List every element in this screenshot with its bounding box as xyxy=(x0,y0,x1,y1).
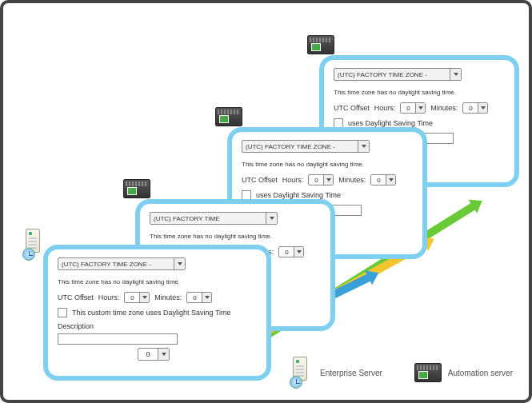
chevron-down-icon xyxy=(202,293,211,302)
minutes-label: Minutes: xyxy=(338,176,366,184)
description-label: Description xyxy=(58,322,257,330)
minutes-label: Minutes: xyxy=(154,293,182,301)
chevron-down-icon xyxy=(323,175,333,185)
chevron-down-icon xyxy=(266,213,277,224)
hours-label: Hours: xyxy=(374,104,396,112)
hours-label: Hours: xyxy=(282,176,304,184)
chevron-down-icon xyxy=(174,258,185,269)
legend-enterprise-label: Enterprise Server xyxy=(320,369,382,377)
minutes-label: Minutes: xyxy=(430,104,458,112)
timezone-label: (UTC) FACTORY TIME ZONE - xyxy=(338,71,450,78)
legend-automation: Automation server xyxy=(414,363,513,382)
chevron-down-icon xyxy=(386,175,395,185)
automation-server-icon xyxy=(215,107,247,131)
minutes-select[interactable]: 0 xyxy=(278,246,304,257)
note: This time zone has no daylight saving ti… xyxy=(58,278,257,285)
utc-offset-label: UTC Offset xyxy=(242,176,278,184)
diagram-frame: (UTC) FACTORY TIME ZONE - This time zone… xyxy=(0,0,532,403)
timezone-select[interactable]: (UTC) FACTORY TIME ZONE - xyxy=(242,140,370,153)
utc-offset-label: UTC Offset xyxy=(58,293,94,301)
chevron-down-icon xyxy=(294,247,303,257)
extra-select[interactable]: 0 xyxy=(138,348,170,361)
hours-select[interactable]: 0 xyxy=(308,174,334,186)
note: This time zone has no daylight saving ti… xyxy=(242,161,413,168)
minutes-select[interactable]: 0 xyxy=(462,102,488,114)
dst-checkbox[interactable] xyxy=(58,308,67,317)
utc-offset-label: UTC Offset xyxy=(334,104,370,112)
automation-server-icon xyxy=(414,363,442,382)
note: This time zone has no daylight saving ti… xyxy=(334,89,505,96)
dst-label: uses Daylight Saving Time xyxy=(348,119,433,127)
timezone-select[interactable]: (UTC) FACTORY TIME ZONE - xyxy=(58,257,186,270)
timezone-label: (UTC) FACTORY TIME ZONE - xyxy=(246,143,358,150)
minutes-select[interactable]: 0 xyxy=(370,174,396,186)
legend: Enterprise Server Automation server xyxy=(290,357,513,389)
dst-label: This custom time zone uses Daylight Savi… xyxy=(72,309,231,317)
chevron-down-icon xyxy=(450,69,461,80)
timezone-select[interactable]: (UTC) FACTORY TIME xyxy=(150,212,278,225)
chevron-down-icon xyxy=(415,103,425,113)
description-input[interactable] xyxy=(58,333,178,345)
automation-server-icon xyxy=(307,35,339,59)
dst-label: uses Daylight Saving Time xyxy=(256,191,341,199)
hours-label: Hours: xyxy=(98,293,120,301)
chevron-down-icon xyxy=(478,103,487,113)
hours-select[interactable]: 0 xyxy=(124,292,150,303)
note: This time zone has no daylight saving ti… xyxy=(150,233,321,240)
enterprise-server-icon xyxy=(22,229,46,261)
chevron-down-icon xyxy=(158,349,169,360)
minutes-select[interactable]: 0 xyxy=(186,292,212,303)
timezone-label: (UTC) FACTORY TIME ZONE - xyxy=(62,261,174,268)
timezone-label: (UTC) FACTORY TIME xyxy=(154,215,266,222)
timezone-select[interactable]: (UTC) FACTORY TIME ZONE - xyxy=(334,68,462,81)
automation-server-icon xyxy=(123,179,155,203)
chevron-down-icon xyxy=(358,141,369,152)
legend-enterprise: Enterprise Server xyxy=(290,357,382,389)
panel-1: (UTC) FACTORY TIME ZONE - This time zone… xyxy=(43,245,271,381)
chevron-down-icon xyxy=(139,293,149,302)
hours-select[interactable]: 0 xyxy=(400,102,426,114)
enterprise-server-icon xyxy=(290,357,314,389)
legend-automation-label: Automation server xyxy=(448,369,513,377)
